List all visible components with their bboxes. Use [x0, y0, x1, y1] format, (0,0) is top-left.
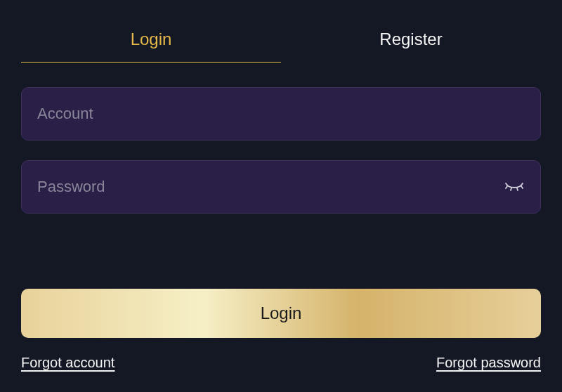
svg-line-1 — [511, 188, 511, 191]
login-button[interactable]: Login — [21, 289, 541, 338]
tab-register[interactable]: Register — [281, 21, 541, 63]
account-input[interactable] — [21, 87, 541, 141]
forgot-password-link[interactable]: Forgot password — [436, 355, 541, 371]
forgot-account-link[interactable]: Forgot account — [21, 355, 115, 371]
password-input-wrapper — [21, 160, 541, 214]
svg-line-0 — [506, 186, 507, 188]
password-input[interactable] — [21, 160, 541, 214]
tab-login[interactable]: Login — [21, 21, 281, 63]
svg-line-3 — [521, 186, 523, 188]
account-input-wrapper — [21, 87, 541, 141]
toggle-password-visibility-icon[interactable] — [503, 178, 525, 195]
svg-line-2 — [517, 188, 518, 191]
auth-tabs: Login Register — [21, 21, 541, 63]
login-panel: Login Register Login Forgot account Forg… — [0, 0, 562, 392]
help-links-row: Forgot account Forgot password — [21, 355, 541, 371]
